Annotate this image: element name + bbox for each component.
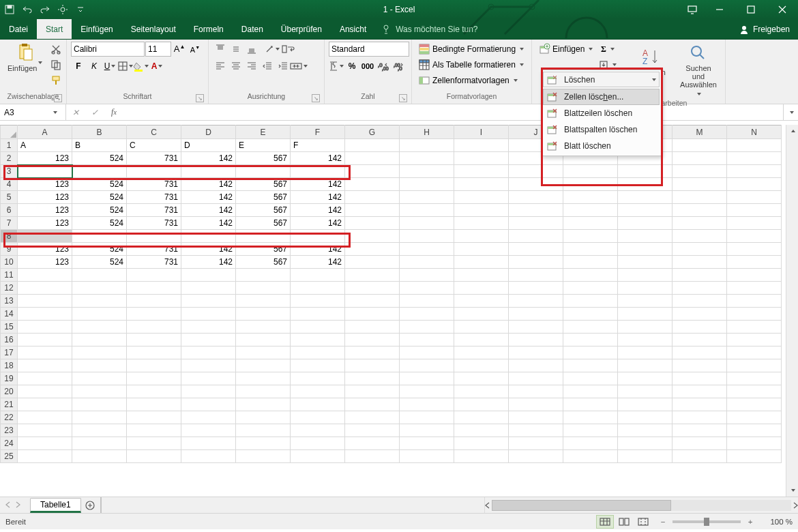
close-icon[interactable] <box>767 0 798 19</box>
orientation-icon[interactable] <box>265 42 280 57</box>
cell-I5[interactable] <box>454 191 509 204</box>
cell-B22[interactable] <box>72 411 127 424</box>
cell-J14[interactable] <box>509 308 563 321</box>
row-header-15[interactable]: 15 <box>1 321 18 334</box>
cell-I2[interactable] <box>454 152 509 165</box>
name-box-dropdown-icon[interactable] <box>48 104 61 120</box>
cell-E14[interactable] <box>236 308 291 321</box>
col-header-M[interactable]: M <box>673 125 727 139</box>
cell-A21[interactable] <box>18 398 72 411</box>
cell-J5[interactable] <box>509 191 563 204</box>
cell-C6[interactable]: 731 <box>127 204 181 217</box>
bold-button[interactable]: F <box>71 59 86 74</box>
conditional-formatting-button[interactable]: Bedingte Formatierung <box>416 42 527 57</box>
cell-H25[interactable] <box>400 450 454 463</box>
cell-E1[interactable]: E <box>236 139 291 152</box>
cell-M19[interactable] <box>673 372 727 385</box>
cell-N6[interactable] <box>727 204 782 217</box>
cell-E20[interactable] <box>236 385 291 398</box>
cell-F4[interactable]: 142 <box>291 178 345 191</box>
cell-F20[interactable] <box>291 385 345 398</box>
vertical-scrollbar[interactable] <box>786 125 798 497</box>
cells-insert-button[interactable]: Einfügen <box>536 42 595 57</box>
cell-D21[interactable] <box>181 398 236 411</box>
cell-I11[interactable] <box>454 269 509 282</box>
cell-D1[interactable]: D <box>181 139 236 152</box>
cell-H22[interactable] <box>400 411 454 424</box>
cell-G15[interactable] <box>345 321 400 334</box>
align-launcher-icon[interactable]: ↘ <box>312 94 320 102</box>
cell-K3[interactable] <box>563 165 618 178</box>
cell-G7[interactable] <box>345 217 400 230</box>
increase-decimal-icon[interactable]: ,0,00 <box>376 59 391 74</box>
paste-button[interactable]: Einfügen <box>4 42 46 74</box>
cell-A2[interactable]: 123 <box>18 152 72 165</box>
cell-K20[interactable] <box>563 385 618 398</box>
cell-C10[interactable]: 731 <box>127 256 181 269</box>
expand-formula-bar-icon[interactable] <box>783 104 798 120</box>
cell-I7[interactable] <box>454 217 509 230</box>
tab-einfügen[interactable]: Einfügen <box>72 19 121 39</box>
cell-B21[interactable] <box>72 398 127 411</box>
percent-format-icon[interactable]: % <box>344 59 359 74</box>
cell-M9[interactable] <box>673 243 727 256</box>
scroll-up-icon[interactable] <box>786 125 798 137</box>
cell-G18[interactable] <box>345 359 400 372</box>
cell-K23[interactable] <box>563 424 618 437</box>
zoom-out-icon[interactable]: − <box>657 518 668 526</box>
cell-C1[interactable]: C <box>127 139 181 152</box>
cell-E15[interactable] <box>236 321 291 334</box>
cell-L14[interactable] <box>618 308 673 321</box>
cell-E5[interactable]: 567 <box>236 191 291 204</box>
align-top-icon[interactable] <box>213 42 228 57</box>
cell-D18[interactable] <box>181 359 236 372</box>
cell-N20[interactable] <box>727 385 782 398</box>
cell-D8[interactable] <box>181 230 236 243</box>
cell-K21[interactable] <box>563 398 618 411</box>
cell-N21[interactable] <box>727 398 782 411</box>
cell-I8[interactable] <box>454 230 509 243</box>
row-header-16[interactable]: 16 <box>1 334 18 346</box>
cell-M14[interactable] <box>673 308 727 321</box>
scroll-right-icon[interactable] <box>793 499 798 512</box>
cell-I13[interactable] <box>454 295 509 308</box>
cell-F23[interactable] <box>291 424 345 437</box>
cell-L11[interactable] <box>618 269 673 282</box>
cell-J22[interactable] <box>509 411 563 424</box>
cell-N14[interactable] <box>727 308 782 321</box>
cell-K11[interactable] <box>563 269 618 282</box>
name-box-input[interactable] <box>0 108 48 117</box>
cell-J9[interactable] <box>509 243 563 256</box>
row-header-3[interactable]: 3 <box>1 165 18 178</box>
undo-icon[interactable] <box>20 3 34 16</box>
cell-F24[interactable] <box>291 437 345 450</box>
cell-C9[interactable]: 731 <box>127 243 181 256</box>
cell-M3[interactable] <box>673 165 727 178</box>
cell-C22[interactable] <box>127 411 181 424</box>
zoom-slider[interactable] <box>673 520 741 523</box>
cell-A15[interactable] <box>18 321 72 334</box>
tab-nav-first-icon[interactable] <box>4 501 14 510</box>
cell-L8[interactable] <box>618 230 673 243</box>
cell-N15[interactable] <box>727 321 782 334</box>
cell-D19[interactable] <box>181 372 236 385</box>
row-header-22[interactable]: 22 <box>1 411 18 424</box>
cell-M11[interactable] <box>673 269 727 282</box>
format-as-table-button[interactable]: Als Tabelle formatieren <box>416 57 527 72</box>
col-header-D[interactable]: D <box>181 125 236 139</box>
cell-N19[interactable] <box>727 372 782 385</box>
cell-B2[interactable]: 524 <box>72 152 127 165</box>
col-header-N[interactable]: N <box>727 125 782 139</box>
cell-G10[interactable] <box>345 256 400 269</box>
cell-G11[interactable] <box>345 269 400 282</box>
cell-E13[interactable] <box>236 295 291 308</box>
sheet-table[interactable]: ABCDEFGHIJKLMN1ABCDEF2123524731142567142… <box>0 125 782 463</box>
cell-L19[interactable] <box>618 372 673 385</box>
fill-color-icon[interactable] <box>134 59 149 74</box>
cell-D6[interactable]: 142 <box>181 204 236 217</box>
cell-N2[interactable] <box>727 152 782 165</box>
cell-E16[interactable] <box>236 334 291 346</box>
col-header-F[interactable]: F <box>291 125 345 139</box>
cell-K6[interactable] <box>563 204 618 217</box>
cell-G14[interactable] <box>345 308 400 321</box>
